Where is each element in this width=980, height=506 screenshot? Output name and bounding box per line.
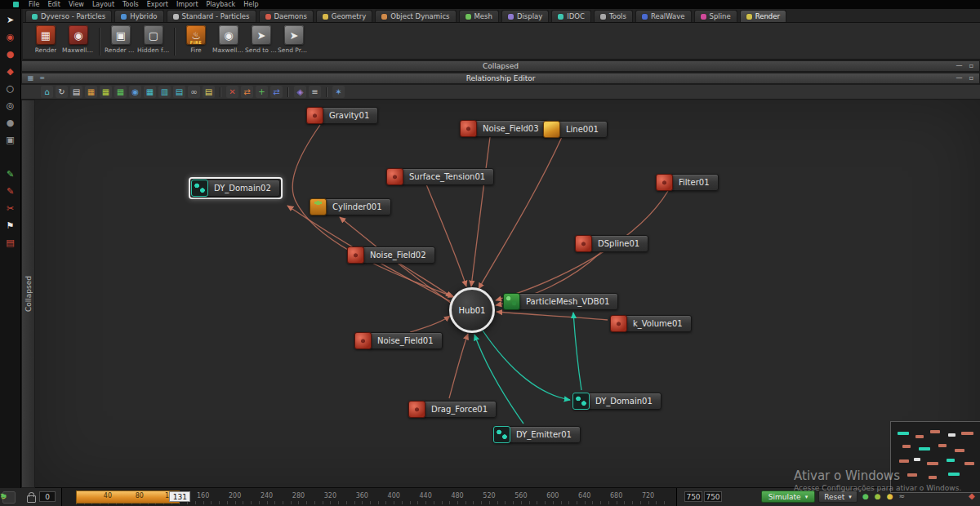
- menu-item-view[interactable]: View: [69, 1, 84, 9]
- tab-spline[interactable]: Spline: [694, 10, 737, 22]
- object-tool-icon[interactable]: ▣: [6, 135, 14, 145]
- palette-icon[interactable]: ▦: [85, 86, 97, 98]
- tick-280: 280: [292, 492, 305, 499]
- tab-hybrido[interactable]: Hybrido: [114, 10, 163, 22]
- node-noise-field03[interactable]: Noise_Field03: [457, 118, 550, 140]
- total-frames-field[interactable]: 750: [704, 491, 722, 502]
- hub-tool-icon[interactable]: ◈: [294, 86, 306, 98]
- tab-tools[interactable]: Tools: [594, 10, 633, 22]
- node-dspline01[interactable]: DSpline01: [572, 233, 651, 255]
- column-view-icon[interactable]: ▥: [158, 86, 171, 98]
- shelf-item-maxwell-p[interactable]: ◉Maxwell P...: [212, 25, 245, 54]
- zoom-select-icon[interactable]: ◉: [129, 86, 141, 98]
- tab-realwave[interactable]: RealWave: [635, 10, 692, 22]
- node-noise-field01[interactable]: Noise_Field01: [352, 330, 445, 352]
- menu-item-edit[interactable]: Edit: [47, 1, 60, 9]
- tab-standard-particles[interactable]: Standard - Particles: [167, 10, 256, 22]
- cache-status-icon[interactable]: ●: [862, 491, 869, 502]
- swap-connection-icon[interactable]: ⇄: [241, 86, 253, 98]
- node-gravity01[interactable]: Gravity01: [304, 104, 381, 126]
- float-icon[interactable]: ▫: [968, 74, 975, 82]
- collapsed-panel-left[interactable]: Collapsed: [21, 100, 35, 488]
- geometry-sphere-icon[interactable]: ○: [7, 84, 15, 94]
- grid-icon[interactable]: ▦: [114, 86, 127, 98]
- particles-status-icon[interactable]: ●: [875, 491, 881, 502]
- add-connection-icon[interactable]: +: [256, 86, 268, 98]
- start-frame-field[interactable]: 0: [39, 491, 56, 502]
- tab-dyverso-particles[interactable]: Dyverso - Particles: [25, 10, 112, 22]
- relationship-editor-titlebar[interactable]: ▦ ≡ Relationship Editor — ▫: [21, 73, 980, 84]
- shelf-item-fire[interactable]: ♨FIREFire: [180, 25, 212, 54]
- character-tool-icon[interactable]: ✶: [332, 86, 345, 98]
- remove-connection-icon[interactable]: ✕: [226, 86, 238, 98]
- node-line001[interactable]: Line001: [541, 118, 610, 140]
- cut-tool-icon[interactable]: ✂: [7, 204, 14, 214]
- minimize-icon[interactable]: —: [956, 74, 963, 82]
- menu-item-playback[interactable]: Playback: [207, 1, 236, 9]
- particle-tool-icon[interactable]: ●: [7, 50, 15, 60]
- simulate-button[interactable]: Simulate ▾: [761, 490, 815, 503]
- emitter-sphere-icon[interactable]: ◉: [7, 33, 15, 42]
- list-view-icon[interactable]: ≡: [309, 86, 321, 98]
- current-frame-field[interactable]: 131: [169, 491, 190, 502]
- node-drag-force01[interactable]: Drag_Force01: [406, 398, 499, 420]
- menu-item-export[interactable]: Export: [147, 1, 168, 9]
- shelf-item-maxwell-s[interactable]: ◉Maxwell S...: [62, 25, 95, 54]
- node-dy-emitter01[interactable]: DY_Emitter01: [491, 424, 583, 446]
- minimap[interactable]: [890, 421, 980, 493]
- flow-direction-icon[interactable]: ⇄: [270, 86, 283, 98]
- node-dy-domain01[interactable]: DY_Domain01: [570, 390, 664, 412]
- node-dy-domain02[interactable]: DY_Domain02: [189, 177, 283, 199]
- row-view-icon[interactable]: ▤: [173, 86, 185, 98]
- collapsed-panel-top[interactable]: Collapsed — ▫: [21, 60, 980, 72]
- tab-render[interactable]: Render: [740, 10, 786, 22]
- node-k-volume01[interactable]: k_Volume01: [608, 313, 694, 335]
- tab-geometry[interactable]: Geometry: [316, 10, 372, 22]
- shelf-item-render[interactable]: ▦Render: [29, 25, 62, 54]
- timeline-ruler[interactable]: 131 408012016020024028032036040044048052…: [61, 488, 677, 506]
- tab-daemons[interactable]: Daemons: [259, 10, 314, 22]
- shelf-item-send-to-m[interactable]: ➤Send to M...: [245, 25, 278, 54]
- end-frame-field[interactable]: 750: [684, 491, 702, 502]
- panel-grid-icon[interactable]: ▦: [27, 74, 34, 82]
- menu-item-import[interactable]: Import: [176, 1, 198, 9]
- flag-tool-icon[interactable]: ⚑: [7, 221, 15, 231]
- tab-mesh[interactable]: Mesh: [459, 10, 499, 22]
- shelf-item-send-pre[interactable]: ➤Send Pre...: [278, 25, 310, 54]
- float-icon[interactable]: ▫: [968, 62, 975, 70]
- minimize-icon[interactable]: —: [956, 62, 963, 70]
- paint-tool-icon[interactable]: ✎: [7, 170, 14, 180]
- shelf-item-render-wi[interactable]: ▣Render wi...: [105, 25, 137, 54]
- node-surface-tension01[interactable]: Surface_Tension01: [384, 166, 497, 188]
- node-hub01[interactable]: Hub01: [449, 287, 495, 333]
- range-flag-icon[interactable]: ⚑: [0, 492, 7, 502]
- node-filter01[interactable]: Filter01: [653, 171, 721, 193]
- shelf-item-hidden-fr[interactable]: ▢Hidden fr...: [137, 25, 170, 54]
- ring-tool-icon[interactable]: ◎: [7, 101, 15, 111]
- node-noise-field02[interactable]: Noise_Field02: [345, 244, 438, 266]
- tab-idoc[interactable]: IDOC: [551, 10, 591, 22]
- panel-menu-icon[interactable]: ≡: [38, 74, 46, 82]
- tab-object-dynamics[interactable]: Object Dynamics: [375, 10, 456, 22]
- tab-display[interactable]: Display: [501, 10, 549, 22]
- table-view-icon[interactable]: ▦: [144, 86, 156, 98]
- menu-item-tools[interactable]: Tools: [122, 1, 139, 9]
- node-cylinder001[interactable]: Cylinder001: [307, 196, 394, 218]
- refresh-icon[interactable]: ↻: [56, 86, 68, 98]
- snapshot-icon[interactable]: ▤: [70, 86, 82, 98]
- reset-button[interactable]: Reset ▾: [818, 490, 858, 503]
- node-particlemesh-vdb01[interactable]: ParticleMesh_VDB01: [501, 291, 621, 313]
- daemon-tool-icon[interactable]: ◆: [7, 67, 13, 77]
- menu-item-layout[interactable]: Layout: [92, 1, 114, 9]
- menu-item-file[interactable]: File: [29, 1, 39, 9]
- lock-icon[interactable]: [27, 495, 36, 503]
- menu-item-help[interactable]: Help: [243, 1, 258, 9]
- library-icon[interactable]: ▤: [6, 238, 14, 248]
- frame-all-icon[interactable]: ⌂: [41, 86, 53, 98]
- select-tool-icon[interactable]: ➤: [7, 16, 14, 25]
- notes-icon[interactable]: ▤: [203, 86, 215, 98]
- pencil-tool-icon[interactable]: ✎: [7, 187, 14, 197]
- link-icon[interactable]: ∞: [188, 86, 200, 98]
- mesh-sphere-icon[interactable]: ●: [7, 118, 15, 128]
- layers-icon[interactable]: ▦: [100, 86, 112, 98]
